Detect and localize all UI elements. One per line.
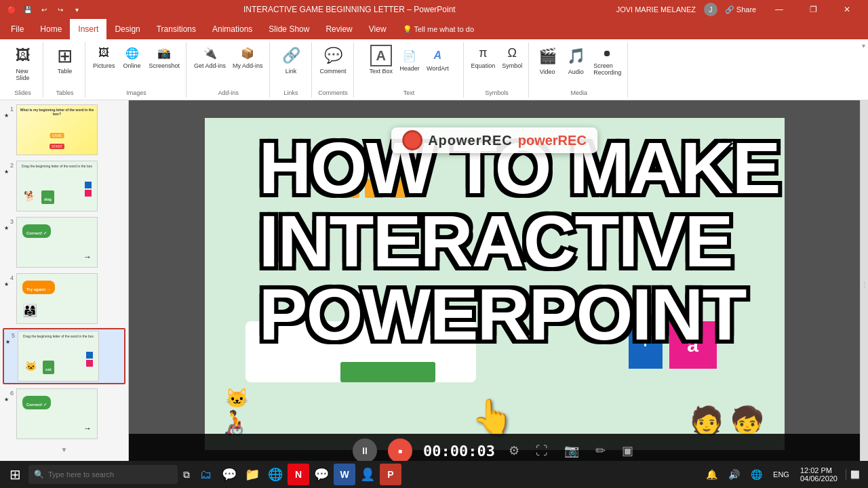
tables-icons: ⊞ Table (52, 43, 78, 76)
stop-button[interactable]: ■ (388, 439, 412, 463)
user-name: JOVI MARIE MELANEZ (616, 5, 696, 14)
share-button[interactable]: 🔗 Share (720, 0, 761, 19)
apowerrec-circle (402, 130, 422, 150)
slide-thumb-5[interactable]: Drag the beginning letter of the word in… (18, 331, 99, 382)
user-account-app[interactable]: 👤 (357, 464, 378, 485)
slide-item-1[interactable]: 1 ★ What is my beginning letter of the w… (3, 103, 125, 157)
tab-view[interactable]: View (361, 19, 395, 39)
minimize-button[interactable]: — (764, 0, 795, 19)
start-button[interactable]: ⊞ (3, 462, 27, 487)
edge-browser-app[interactable]: 🌐 (264, 464, 286, 485)
wordart-button[interactable]: A WordArt (425, 46, 451, 73)
header-icon: 📄 (401, 47, 418, 64)
search-input[interactable] (48, 470, 150, 479)
slide-thumb-3[interactable]: Correct! ✓ → (16, 217, 98, 268)
hyperlink-button[interactable]: 🔗 Link (278, 43, 304, 76)
tab-slideshow[interactable]: Slide Show (260, 19, 317, 39)
rec-fullscreen-icon[interactable]: ⛶ (533, 441, 551, 461)
audio-button[interactable]: 🎵 Audio (563, 44, 589, 77)
slide-thumb-2[interactable]: Drag the beginning letter of the word in… (16, 161, 98, 211)
scroll-more: ▼ (3, 443, 125, 456)
panel-resize-handle[interactable]: ⋮ (860, 100, 868, 468)
ribbon-expand[interactable]: ▾ (862, 42, 865, 52)
taskbar-time: 12:02 PM 04/06/2020 (797, 465, 840, 484)
taskbar-search[interactable]: 🔍 (28, 465, 178, 484)
close-button[interactable]: ✕ (831, 0, 863, 19)
messenger-app[interactable]: 💬 (218, 464, 240, 485)
tab-review[interactable]: Review (317, 19, 360, 39)
comment-button[interactable]: 💬 Comment (318, 43, 349, 76)
slide-thumb-1[interactable]: What is my beginning letter of the word … (16, 104, 98, 155)
cat-label: cat (45, 367, 52, 371)
media-icons: 🎬 Video 🎵 Audio ⏺ ScreenRecording (534, 43, 623, 77)
game-badge-1: GAME (50, 133, 64, 138)
new-slide-button[interactable]: 🖼 NewSlide (10, 43, 36, 83)
skype-app[interactable]: 💬 (311, 464, 332, 485)
textbox-button[interactable]: A Text Box (367, 43, 395, 76)
online-pictures-button[interactable]: 🌐 Online (120, 43, 144, 70)
my-addins-button[interactable]: 📦 My Add-ins (231, 43, 265, 70)
slide-item-2[interactable]: 2 ★ Drag the beginning letter of the wor… (3, 159, 125, 213)
comment-icon: 💬 (322, 45, 344, 66)
redo-icon[interactable]: ↪ (54, 3, 66, 16)
pause-button[interactable]: ⏸ (353, 439, 377, 463)
undo-icon[interactable]: ↩ (38, 3, 50, 16)
tab-file[interactable]: File (3, 19, 32, 39)
equation-button[interactable]: π Equation (469, 43, 498, 70)
slide-item-3[interactable]: 3 ★ Correct! ✓ → (3, 216, 125, 269)
new-slide-icon: 🖼 (12, 45, 34, 66)
task-view-button[interactable]: ⧉ (179, 462, 194, 487)
rec-pen-icon[interactable]: ✏ (593, 441, 608, 461)
search-icon: 🔍 (34, 470, 44, 479)
slide-item-6[interactable]: 6 ★ Correct! ✓ → (3, 387, 125, 441)
header-footer-button[interactable]: 📄 Header (397, 46, 422, 73)
symbol-icon: Ω (504, 45, 520, 61)
slide-star-5: ★ (5, 339, 15, 345)
symbols-group-label: Symbols (485, 89, 509, 96)
start-badge-1: START (50, 144, 64, 149)
get-addins-icon: 🔌 (202, 45, 218, 61)
netflix-app[interactable]: N (288, 464, 309, 485)
word-app[interactable]: W (334, 464, 355, 485)
qa-dropdown-icon[interactable]: ▾ (71, 3, 83, 16)
screenshot-label: Screenshot (149, 62, 180, 69)
ribbon-group-links: 🔗 Link Links (271, 42, 312, 98)
symbol-button[interactable]: Ω Symbol (500, 43, 524, 70)
taskbar-volume-icon[interactable]: 🔊 (726, 468, 743, 481)
tab-home[interactable]: Home (32, 19, 70, 39)
slide-item-5[interactable]: 5 ★ Drag the beginning letter of the wor… (3, 328, 125, 384)
table-button[interactable]: ⊞ Table (52, 43, 78, 76)
slide-item-4[interactable]: 4 ★ Try again! → 👨‍👩‍👧 (3, 272, 125, 325)
slide-star-2: ★ (4, 169, 14, 175)
tab-design[interactable]: Design (106, 19, 148, 39)
task-manager-app[interactable]: 🗂 (195, 464, 217, 485)
taskbar-notification-icon[interactable]: 🔔 (703, 468, 720, 481)
tab-transitions[interactable]: Transitions (149, 19, 204, 39)
pictures-button[interactable]: 🖼 Pictures (91, 43, 117, 70)
ribbon-group-text: A Text Box 📄 Header A WordArt Text (355, 42, 464, 98)
ribbon-group-media: 🎬 Video 🎵 Audio ⏺ ScreenRecording Media (530, 42, 628, 98)
file-explorer-app[interactable]: 📁 (241, 464, 263, 485)
slide-thumb-6[interactable]: Correct! ✓ → (16, 388, 98, 439)
rec-grid-icon[interactable]: ▣ (619, 441, 636, 461)
screen-recording-button[interactable]: ⏺ ScreenRecording (591, 43, 623, 77)
show-desktop-button[interactable]: ⬜ (846, 469, 863, 481)
rec-settings-icon[interactable]: ⚙ (506, 441, 522, 461)
ribbon-group-slides: 🖼 NewSlide Slides (3, 42, 43, 98)
save-icon[interactable]: 💾 (22, 3, 34, 16)
slide-thumb-4[interactable]: Try again! → 👨‍👩‍👧 (16, 273, 98, 324)
rec-camera-icon[interactable]: 📷 (561, 441, 582, 461)
video-button[interactable]: 🎬 Video (534, 44, 560, 77)
tab-insert[interactable]: Insert (70, 19, 106, 39)
tab-tell-me[interactable]: 💡 Tell me what to do (395, 19, 483, 39)
tab-animations[interactable]: Animations (204, 19, 260, 39)
get-addins-button[interactable]: 🔌 Get Add-ins (192, 43, 228, 70)
taskbar-language[interactable]: ENG (770, 469, 792, 480)
powerpoint-taskbar-app[interactable]: P (380, 464, 401, 485)
taskbar-network-icon[interactable]: 🌐 (748, 468, 765, 481)
video-icon: 🎬 (536, 45, 558, 67)
pictures-icon: 🖼 (96, 45, 112, 61)
deco-cat: 🐱 (225, 387, 249, 409)
screenshot-button[interactable]: 📸 Screenshot (147, 43, 182, 70)
restore-button[interactable]: ❐ (797, 0, 829, 19)
